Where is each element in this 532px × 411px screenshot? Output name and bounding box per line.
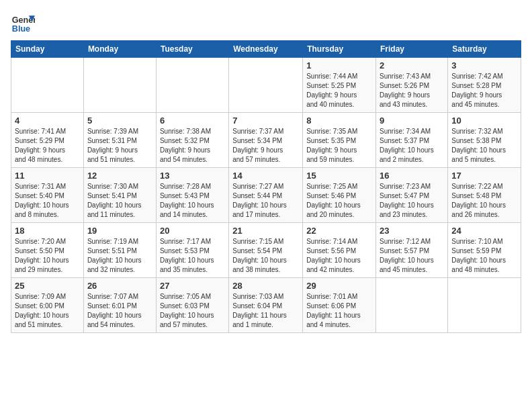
calendar-cell: 21Sunrise: 7:15 AM Sunset: 5:54 PM Dayli… — [229, 223, 303, 278]
day-info: Sunrise: 7:32 AM Sunset: 5:38 PM Dayligh… — [451, 127, 517, 165]
day-number: 21 — [232, 226, 299, 236]
calendar-cell: 7Sunrise: 7:37 AM Sunset: 5:34 PM Daylig… — [229, 113, 303, 168]
calendar-cell: 29Sunrise: 7:01 AM Sunset: 6:06 PM Dayli… — [303, 278, 376, 333]
day-number: 15 — [306, 171, 372, 181]
logo: General Blue — [11, 11, 35, 35]
calendar-cell: 9Sunrise: 7:34 AM Sunset: 5:37 PM Daylig… — [376, 113, 448, 168]
calendar-cell — [11, 58, 84, 113]
calendar-cell: 16Sunrise: 7:23 AM Sunset: 5:47 PM Dayli… — [376, 168, 448, 223]
calendar-cell: 26Sunrise: 7:07 AM Sunset: 6:01 PM Dayli… — [83, 278, 156, 333]
calendar-cell — [376, 278, 448, 333]
day-number: 22 — [306, 226, 372, 236]
calendar-cell: 5Sunrise: 7:39 AM Sunset: 5:31 PM Daylig… — [83, 113, 156, 168]
day-info: Sunrise: 7:39 AM Sunset: 5:31 PM Dayligh… — [87, 127, 152, 165]
calendar-cell: 12Sunrise: 7:30 AM Sunset: 5:41 PM Dayli… — [83, 168, 156, 223]
calendar-cell: 1Sunrise: 7:44 AM Sunset: 5:25 PM Daylig… — [303, 58, 376, 113]
calendar-cell: 28Sunrise: 7:03 AM Sunset: 6:04 PM Dayli… — [229, 278, 303, 333]
week-row-1: 1Sunrise: 7:44 AM Sunset: 5:25 PM Daylig… — [11, 58, 521, 113]
day-info: Sunrise: 7:14 AM Sunset: 5:56 PM Dayligh… — [306, 237, 372, 275]
day-info: Sunrise: 7:42 AM Sunset: 5:28 PM Dayligh… — [451, 72, 517, 109]
header-monday: Monday — [83, 41, 156, 58]
day-number: 4 — [15, 116, 80, 126]
day-number: 19 — [87, 226, 152, 236]
day-number: 25 — [15, 281, 80, 291]
day-number: 24 — [451, 226, 517, 236]
calendar-cell: 3Sunrise: 7:42 AM Sunset: 5:28 PM Daylig… — [448, 58, 521, 113]
calendar-cell: 10Sunrise: 7:32 AM Sunset: 5:38 PM Dayli… — [448, 113, 521, 168]
calendar-cell — [156, 58, 228, 113]
day-number: 12 — [87, 171, 152, 181]
day-number: 28 — [232, 281, 299, 291]
day-info: Sunrise: 7:28 AM Sunset: 5:43 PM Dayligh… — [160, 182, 225, 220]
calendar-cell: 11Sunrise: 7:31 AM Sunset: 5:40 PM Dayli… — [11, 168, 84, 223]
calendar-cell: 20Sunrise: 7:17 AM Sunset: 5:53 PM Dayli… — [156, 223, 228, 278]
day-number: 6 — [160, 116, 225, 126]
header-tuesday: Tuesday — [156, 41, 228, 58]
day-info: Sunrise: 7:43 AM Sunset: 5:26 PM Dayligh… — [380, 72, 444, 109]
day-info: Sunrise: 7:19 AM Sunset: 5:51 PM Dayligh… — [87, 237, 152, 275]
calendar-cell: 13Sunrise: 7:28 AM Sunset: 5:43 PM Dayli… — [156, 168, 228, 223]
day-number: 13 — [160, 171, 225, 181]
day-number: 16 — [380, 171, 444, 181]
week-row-5: 25Sunrise: 7:09 AM Sunset: 6:00 PM Dayli… — [11, 278, 521, 333]
day-info: Sunrise: 7:07 AM Sunset: 6:01 PM Dayligh… — [87, 292, 152, 330]
day-info: Sunrise: 7:38 AM Sunset: 5:32 PM Dayligh… — [160, 127, 225, 165]
calendar-cell: 4Sunrise: 7:41 AM Sunset: 5:29 PM Daylig… — [11, 113, 84, 168]
day-number: 8 — [306, 116, 372, 126]
day-info: Sunrise: 7:09 AM Sunset: 6:00 PM Dayligh… — [15, 292, 80, 330]
calendar-cell — [83, 58, 156, 113]
day-number: 14 — [232, 171, 299, 181]
day-number: 1 — [306, 60, 372, 71]
calendar-cell: 18Sunrise: 7:20 AM Sunset: 5:50 PM Dayli… — [11, 223, 84, 278]
calendar-cell: 22Sunrise: 7:14 AM Sunset: 5:56 PM Dayli… — [303, 223, 376, 278]
day-info: Sunrise: 7:44 AM Sunset: 5:25 PM Dayligh… — [306, 72, 372, 109]
calendar-cell: 27Sunrise: 7:05 AM Sunset: 6:03 PM Dayli… — [156, 278, 228, 333]
calendar-cell: 6Sunrise: 7:38 AM Sunset: 5:32 PM Daylig… — [156, 113, 228, 168]
week-row-2: 4Sunrise: 7:41 AM Sunset: 5:29 PM Daylig… — [11, 113, 521, 168]
day-number: 23 — [380, 226, 444, 236]
day-number: 11 — [15, 171, 80, 181]
day-info: Sunrise: 7:22 AM Sunset: 5:48 PM Dayligh… — [451, 182, 517, 220]
day-info: Sunrise: 7:30 AM Sunset: 5:41 PM Dayligh… — [87, 182, 152, 220]
calendar-cell — [229, 58, 303, 113]
header-thursday: Thursday — [303, 41, 376, 58]
day-info: Sunrise: 7:20 AM Sunset: 5:50 PM Dayligh… — [15, 237, 80, 275]
day-info: Sunrise: 7:25 AM Sunset: 5:46 PM Dayligh… — [306, 182, 372, 220]
day-info: Sunrise: 7:15 AM Sunset: 5:54 PM Dayligh… — [232, 237, 299, 275]
svg-text:Blue: Blue — [12, 24, 30, 34]
day-info: Sunrise: 7:17 AM Sunset: 5:53 PM Dayligh… — [160, 237, 225, 275]
day-info: Sunrise: 7:35 AM Sunset: 5:35 PM Dayligh… — [306, 127, 372, 165]
calendar-cell: 24Sunrise: 7:10 AM Sunset: 5:59 PM Dayli… — [448, 223, 521, 278]
calendar-cell: 23Sunrise: 7:12 AM Sunset: 5:57 PM Dayli… — [376, 223, 448, 278]
day-number: 3 — [451, 60, 517, 71]
day-number: 18 — [15, 226, 80, 236]
day-number: 7 — [232, 116, 299, 126]
day-info: Sunrise: 7:37 AM Sunset: 5:34 PM Dayligh… — [232, 127, 299, 165]
day-number: 26 — [87, 281, 152, 291]
calendar-cell: 8Sunrise: 7:35 AM Sunset: 5:35 PM Daylig… — [303, 113, 376, 168]
calendar-cell: 2Sunrise: 7:43 AM Sunset: 5:26 PM Daylig… — [376, 58, 448, 113]
day-number: 27 — [160, 281, 225, 291]
day-number: 29 — [306, 281, 372, 291]
day-info: Sunrise: 7:27 AM Sunset: 5:44 PM Dayligh… — [232, 182, 299, 220]
day-number: 17 — [451, 171, 517, 181]
calendar-cell — [448, 278, 521, 333]
header-wednesday: Wednesday — [229, 41, 303, 58]
day-number: 9 — [380, 116, 444, 126]
day-info: Sunrise: 7:12 AM Sunset: 5:57 PM Dayligh… — [380, 237, 444, 275]
day-info: Sunrise: 7:31 AM Sunset: 5:40 PM Dayligh… — [15, 182, 80, 220]
day-number: 20 — [160, 226, 225, 236]
logo-icon: General Blue — [11, 11, 35, 35]
calendar-cell: 25Sunrise: 7:09 AM Sunset: 6:00 PM Dayli… — [11, 278, 84, 333]
day-info: Sunrise: 7:34 AM Sunset: 5:37 PM Dayligh… — [380, 127, 444, 165]
page-header: General Blue — [11, 11, 521, 35]
calendar-cell: 19Sunrise: 7:19 AM Sunset: 5:51 PM Dayli… — [83, 223, 156, 278]
calendar-header-row: SundayMondayTuesdayWednesdayThursdayFrid… — [11, 41, 521, 58]
header-sunday: Sunday — [11, 41, 84, 58]
day-number: 5 — [87, 116, 152, 126]
calendar-cell: 14Sunrise: 7:27 AM Sunset: 5:44 PM Dayli… — [229, 168, 303, 223]
day-info: Sunrise: 7:03 AM Sunset: 6:04 PM Dayligh… — [232, 292, 299, 330]
day-number: 2 — [380, 60, 444, 71]
week-row-4: 18Sunrise: 7:20 AM Sunset: 5:50 PM Dayli… — [11, 223, 521, 278]
week-row-3: 11Sunrise: 7:31 AM Sunset: 5:40 PM Dayli… — [11, 168, 521, 223]
